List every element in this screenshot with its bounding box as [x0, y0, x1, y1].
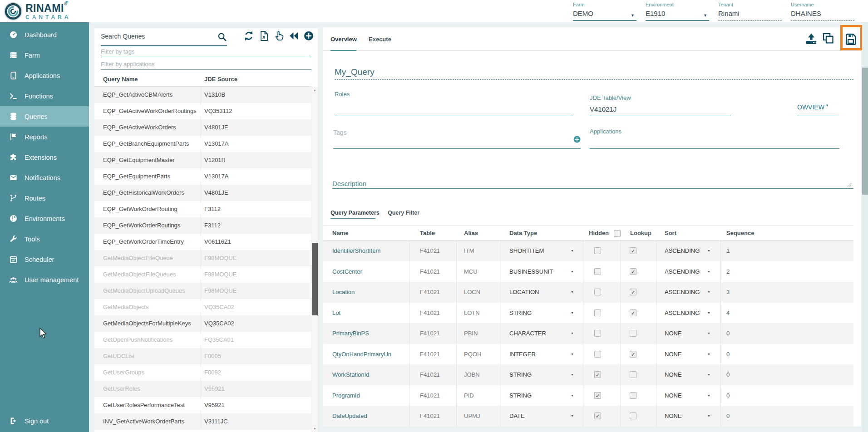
sidebar-item-reports[interactable]: Reports — [0, 127, 89, 147]
query-list-row[interactable]: EQP_GetWorkOrderRoutings F3112 — [94, 217, 311, 234]
query-list-row[interactable]: EQP_GetActiveCBMAlerts V1310B — [94, 87, 311, 103]
sidebar-item-user-management[interactable]: User management — [0, 270, 89, 290]
sort-select[interactable]: NONE — [665, 385, 682, 406]
chevron-down-icon[interactable]: ▼ — [571, 290, 574, 294]
search-icon[interactable] — [217, 32, 227, 42]
filter-applications-input[interactable]: Filter by applications — [101, 61, 155, 68]
hidden-checkbox[interactable] — [594, 351, 601, 358]
hidden-checkbox[interactable]: ✓ — [594, 412, 601, 419]
sidebar-item-notifications[interactable]: Notifications — [0, 167, 89, 188]
sort-select[interactable]: ASCENDING — [665, 282, 700, 302]
sort-select[interactable]: ASCENDING — [665, 303, 700, 323]
scrollbar-thumb[interactable] — [312, 243, 318, 315]
chevron-down-icon[interactable]: ▼ — [707, 373, 710, 376]
chevron-down-icon[interactable]: ▼ — [707, 270, 710, 273]
chevron-down-icon[interactable]: ▼ — [707, 353, 710, 356]
query-list-row[interactable]: EQP_GetWorkOrderRouting F3112 — [94, 201, 311, 217]
query-list-row[interactable]: EQP_GetEquipmentParts V13017A — [94, 168, 311, 185]
export-excel-button[interactable]: x — [257, 29, 270, 42]
chevron-down-icon[interactable]: ▼ — [571, 249, 574, 252]
query-list-row[interactable]: EQP_GetBranchEquipmentParts V13017A — [94, 136, 311, 152]
tags-input[interactable]: Tags — [333, 129, 347, 136]
data-type-select[interactable]: SHORTITEM — [509, 241, 544, 261]
lookup-checkbox[interactable]: ✓ — [630, 268, 636, 275]
query-list-row[interactable]: EQP_GetWorkOrderTimeEntry V06116Z1 — [94, 234, 311, 250]
data-type-select[interactable]: LOCATION — [509, 282, 539, 302]
query-title-input[interactable]: My_Query — [335, 67, 375, 77]
resize-handle-icon[interactable] — [848, 183, 852, 187]
sidebar-item-routes[interactable]: Routes — [0, 188, 89, 208]
sort-select[interactable]: ASCENDING — [665, 261, 700, 282]
sort-select[interactable]: NONE — [665, 364, 682, 385]
lookup-checkbox[interactable] — [630, 412, 636, 419]
chevron-down-icon[interactable]: ▼ — [707, 394, 710, 397]
query-list-row[interactable]: EQP_GetEquipmentMaster V1201R — [94, 152, 311, 168]
tab-overview[interactable]: Overview — [330, 36, 357, 43]
tab-query-filter[interactable]: Query Filter — [388, 210, 419, 216]
query-list-row[interactable]: INV_GetActiveWorkOrderParts V3111JC — [94, 413, 311, 430]
tab-query-parameters[interactable]: Query Parameters — [330, 210, 380, 216]
add-button[interactable] — [302, 29, 315, 42]
chevron-down-icon[interactable]: ▼ — [707, 311, 710, 314]
hidden-checkbox[interactable] — [594, 247, 601, 254]
chevron-down-icon[interactable]: ▼ — [707, 290, 710, 294]
sidebar-item-queries[interactable]: Queries — [0, 106, 89, 127]
query-list-row[interactable]: GetMediaObjectFileQueue F98MOQUE — [94, 250, 311, 266]
data-type-select[interactable]: CHARACTER — [509, 323, 546, 344]
chevron-down-icon[interactable]: ▼ — [571, 394, 574, 397]
chevron-down-icon[interactable]: ▼ — [571, 332, 574, 335]
lookup-checkbox[interactable] — [630, 330, 636, 337]
sidebar-item-dashboard[interactable]: Dashboard — [0, 25, 89, 45]
query-list-row[interactable]: GetMediaObjectsForMultipleKeys VQ35CA02 — [94, 315, 311, 332]
lookup-checkbox[interactable]: ✓ — [630, 309, 636, 316]
chevron-down-icon[interactable]: ▼ — [825, 103, 829, 108]
query-list-row[interactable]: EQP_GetActiveWorkOrderRoutings VQ353112 — [94, 103, 311, 119]
sort-select[interactable]: NONE — [665, 323, 682, 344]
chevron-down-icon[interactable]: ▼ — [571, 311, 574, 314]
hidden-checkbox[interactable] — [594, 309, 601, 316]
sidebar-item-functions[interactable]: Functions — [0, 86, 89, 106]
filter-tags-input[interactable]: Filter by tags — [101, 48, 134, 55]
lookup-checkbox[interactable] — [630, 371, 636, 378]
lookup-checkbox[interactable]: ✓ — [630, 351, 636, 358]
search-input[interactable]: Search Queries — [101, 33, 145, 40]
scroll-down-icon[interactable]: ▼ — [312, 427, 318, 430]
data-type-select[interactable]: BUSINESSUNIT — [509, 261, 553, 282]
select-hand-button[interactable] — [272, 29, 285, 42]
query-list-row[interactable]: GetUserGroups F0092 — [94, 364, 311, 381]
data-type-select[interactable]: STRING — [509, 385, 532, 406]
query-list-row[interactable]: GetUserRoles V95921 — [94, 381, 311, 397]
jde-table-view-input[interactable]: V41021J — [590, 105, 616, 113]
sort-select[interactable]: ASCENDING — [665, 241, 700, 261]
main-scrollbar-thumb[interactable] — [862, 68, 868, 195]
hidden-checkbox[interactable] — [594, 330, 601, 337]
chevron-down-icon[interactable]: ▼ — [571, 353, 574, 356]
sidebar-item-scheduler[interactable]: Scheduler — [0, 249, 89, 270]
chevron-down-icon[interactable]: ▼ — [703, 13, 707, 18]
sort-select[interactable]: NONE — [665, 344, 682, 364]
copy-button[interactable] — [821, 31, 835, 45]
lookup-checkbox[interactable]: ✓ — [630, 247, 636, 254]
sidebar-item-tools[interactable]: Tools — [0, 229, 89, 249]
query-list-row[interactable]: GetMediaObjectFileQueues F98MOQUE — [94, 266, 311, 283]
add-tag-icon[interactable] — [573, 135, 581, 143]
chevron-down-icon[interactable]: ▼ — [571, 414, 574, 417]
environment-select[interactable]: Environment E1910 ▼ — [646, 2, 709, 21]
data-type-select[interactable]: STRING — [509, 364, 532, 385]
hidden-checkbox[interactable] — [594, 268, 601, 275]
upload-button[interactable] — [804, 32, 819, 46]
chevron-down-icon[interactable]: ▼ — [707, 332, 710, 335]
scroll-up-icon[interactable]: ▲ — [312, 88, 318, 92]
sort-select[interactable]: NONE — [665, 406, 682, 426]
description-input[interactable] — [332, 188, 853, 189]
lookup-checkbox[interactable]: ✓ — [630, 289, 636, 295]
roles-input[interactable] — [335, 116, 573, 116]
chevron-down-icon[interactable]: ▼ — [571, 270, 574, 273]
farm-select[interactable]: Farm DEMO ▼ — [573, 2, 636, 21]
jde-type-select[interactable]: OWVIEW▼ — [797, 103, 829, 111]
chevron-down-icon[interactable]: ▼ — [631, 13, 635, 18]
data-type-select[interactable]: STRING — [509, 303, 532, 323]
query-list-row[interactable]: GetMediaObjectUploadQueues F98MOQUE — [94, 283, 311, 299]
signout-button[interactable]: Sign out — [0, 411, 98, 431]
chevron-down-icon[interactable]: ▼ — [707, 414, 710, 417]
